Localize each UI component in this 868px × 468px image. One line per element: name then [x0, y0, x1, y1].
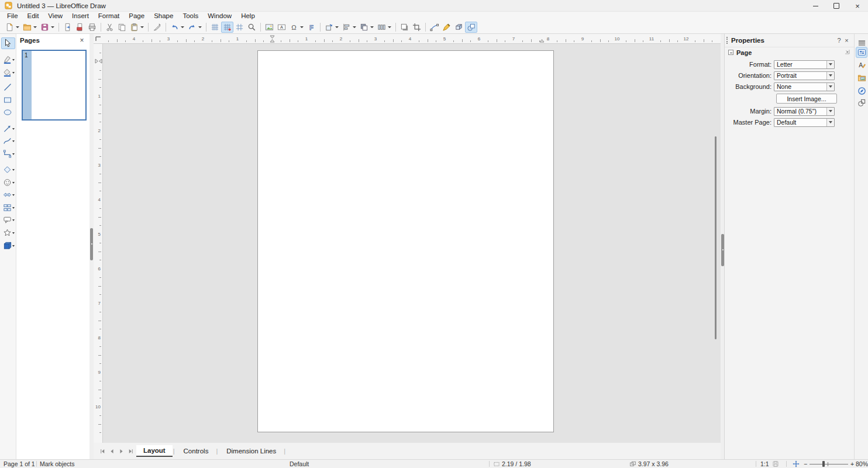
styles-tab[interactable]: A: [856, 60, 867, 71]
fill-color-tool[interactable]: [1, 67, 15, 78]
dropdown-arrow-icon[interactable]: [16, 26, 19, 28]
dropdown-arrow-icon[interactable]: [300, 26, 304, 28]
dropdown-arrow-icon[interactable]: [181, 26, 184, 28]
shadow-button[interactable]: [398, 22, 411, 33]
chevron-down-icon[interactable]: [826, 119, 834, 126]
callouts-tool[interactable]: [1, 214, 15, 226]
indent-marker-icon[interactable]: [95, 58, 102, 64]
page-drawing-area[interactable]: [257, 50, 554, 432]
connectors-tool[interactable]: [1, 148, 15, 160]
menu-help[interactable]: Help: [236, 12, 260, 20]
gallery-tab[interactable]: [856, 73, 867, 84]
last-page-button[interactable]: [126, 446, 135, 456]
align-objects-button[interactable]: [340, 22, 358, 33]
previous-page-button[interactable]: [108, 446, 116, 456]
layer-tab-dimension-lines[interactable]: Dimension Lines: [219, 446, 283, 456]
dropdown-arrow-icon[interactable]: [12, 245, 15, 247]
helplines-button[interactable]: [233, 22, 246, 33]
dropdown-arrow-icon[interactable]: [12, 72, 15, 74]
first-page-button[interactable]: [98, 446, 107, 456]
dropdown-arrow-icon[interactable]: [12, 128, 15, 130]
insert-line-tool[interactable]: [1, 81, 15, 93]
transformations-button[interactable]: [323, 22, 340, 33]
navigator-tab[interactable]: [856, 85, 867, 97]
menu-format[interactable]: Format: [94, 12, 124, 20]
indent-marker-icon[interactable]: [270, 35, 275, 43]
fit-page-button[interactable]: [793, 460, 801, 468]
format-select[interactable]: Letter: [774, 60, 835, 69]
save-status-icon[interactable]: [772, 460, 781, 468]
arrange-button[interactable]: [358, 22, 376, 33]
toggle-extrusion-button[interactable]: [453, 22, 465, 33]
zoom-in-button[interactable]: +: [850, 460, 854, 468]
zoom-level-status[interactable]: 80%: [856, 460, 868, 468]
chevron-down-icon[interactable]: [826, 61, 834, 68]
collapse-section-icon[interactable]: [728, 50, 733, 55]
more-options-icon[interactable]: [844, 49, 850, 56]
edit-points-button[interactable]: [428, 22, 440, 33]
dropdown-arrow-icon[interactable]: [12, 169, 15, 171]
dropdown-arrow-icon[interactable]: [51, 26, 54, 28]
dropdown-arrow-icon[interactable]: [12, 232, 15, 234]
menu-view[interactable]: View: [43, 12, 67, 20]
block-arrows-tool[interactable]: [1, 189, 15, 201]
gluepoint-functions-button[interactable]: [440, 22, 453, 33]
menu-window[interactable]: Window: [203, 12, 236, 20]
next-page-button[interactable]: [117, 446, 126, 456]
properties-tab[interactable]: [856, 47, 867, 58]
dropdown-arrow-icon[interactable]: [12, 219, 15, 221]
new-document-button[interactable]: [4, 22, 21, 33]
zoom-button[interactable]: [246, 22, 258, 33]
open-button[interactable]: [21, 22, 39, 33]
export-button[interactable]: [61, 22, 74, 33]
snap-to-grid-button[interactable]: [221, 22, 233, 33]
dropdown-arrow-icon[interactable]: [12, 207, 15, 209]
dropdown-arrow-icon[interactable]: [388, 26, 391, 28]
redo-button[interactable]: [186, 22, 204, 33]
dropdown-arrow-icon[interactable]: [353, 26, 356, 28]
insert-fontwork-button[interactable]: F: [305, 22, 318, 33]
undo-button[interactable]: [168, 22, 186, 33]
menu-page[interactable]: Page: [124, 12, 149, 20]
basic-shapes-tool[interactable]: [1, 164, 15, 176]
dropdown-arrow-icon[interactable]: [12, 153, 15, 155]
page-thumbnail[interactable]: 1: [22, 50, 87, 121]
shapes-tab[interactable]: [856, 97, 867, 108]
menu-file[interactable]: File: [2, 12, 23, 20]
master-page-select[interactable]: Default: [774, 118, 835, 127]
show-draw-functions-button[interactable]: [465, 22, 477, 33]
symbol-shapes-tool[interactable]: [1, 177, 15, 188]
drawing-canvas[interactable]: [103, 44, 721, 443]
zoom-slider[interactable]: [810, 460, 848, 468]
dropdown-arrow-icon[interactable]: [140, 26, 144, 28]
dropdown-arrow-icon[interactable]: [335, 26, 339, 28]
menu-tools[interactable]: Tools: [178, 12, 203, 20]
select-tool[interactable]: [1, 37, 15, 49]
dropdown-arrow-icon[interactable]: [370, 26, 374, 28]
3d-objects-tool[interactable]: [1, 240, 15, 252]
copy-button[interactable]: [116, 22, 128, 33]
ellipse-tool[interactable]: [1, 106, 15, 118]
dropdown-arrow-icon[interactable]: [12, 194, 15, 196]
vertical-scrollbar[interactable]: [715, 136, 717, 339]
indent-marker-icon[interactable]: [539, 35, 545, 43]
stars-and-banners-tool[interactable]: [1, 227, 15, 239]
menu-insert[interactable]: Insert: [67, 12, 94, 20]
chevron-down-icon[interactable]: [826, 72, 834, 80]
panel-close-icon[interactable]: ×: [843, 37, 850, 44]
print-button[interactable]: [86, 22, 98, 33]
page-style-status[interactable]: Default: [290, 460, 309, 468]
pages-panel-close-icon[interactable]: ×: [78, 36, 86, 44]
orientation-select[interactable]: Portrait: [774, 71, 835, 80]
line-color-tool[interactable]: [1, 54, 15, 66]
menu-shape[interactable]: Shape: [149, 12, 178, 20]
paste-button[interactable]: [128, 22, 146, 33]
layer-tab-controls[interactable]: Controls: [177, 446, 216, 456]
restore-button[interactable]: [826, 0, 847, 12]
export-pdf-button[interactable]: [74, 22, 86, 33]
dropdown-arrow-icon[interactable]: [12, 182, 15, 184]
curves-and-polygons-tool[interactable]: [1, 135, 15, 147]
display-grid-button[interactable]: [209, 22, 221, 33]
dropdown-arrow-icon[interactable]: [198, 26, 202, 28]
lines-and-arrows-tool[interactable]: [1, 123, 15, 135]
